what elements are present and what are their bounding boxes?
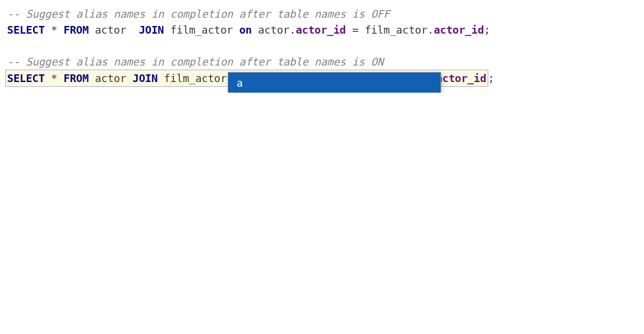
- comment-text: Suggest alias names in completion after …: [26, 8, 390, 20]
- dot: .: [428, 24, 434, 36]
- col-actor-id: actor_id: [295, 24, 346, 36]
- col-actor-id-2: actor_id: [436, 72, 486, 84]
- ref-actor: actor: [258, 24, 290, 36]
- semicolon: ;: [484, 24, 491, 36]
- col-actor-id-2: actor_id: [433, 24, 484, 36]
- empty-line: [7, 38, 637, 54]
- dot: .: [290, 24, 296, 36]
- code-line-sql-on-wrapper: SELECT * FROM actor JOIN film_actor on a…: [7, 70, 637, 87]
- code-line-comment-off: -- Suggest alias names in completion aft…: [7, 6, 637, 22]
- table-film-actor: film_actor: [170, 24, 233, 36]
- code-line-comment-on: -- Suggest alias names in completion aft…: [7, 54, 637, 70]
- equals-operator: =: [352, 24, 359, 36]
- completion-popup[interactable]: affaLEFT JOINRIGHT JOINJOINWHEREASCROSS …: [228, 72, 441, 93]
- code-line-sql-off[interactable]: SELECT * FROM actor JOIN film_actor on a…: [7, 22, 637, 38]
- keyword-join: JOIN: [133, 72, 158, 84]
- star-operator: *: [51, 72, 57, 84]
- keyword-from: FROM: [64, 72, 89, 84]
- keyword-select: SELECT: [7, 24, 45, 36]
- keyword-join: JOIN: [139, 24, 164, 36]
- completion-item[interactable]: a: [228, 73, 441, 93]
- comment-text: Suggest alias names in completion after …: [26, 55, 383, 68]
- semicolon: ;: [488, 72, 495, 84]
- keyword-on: on: [239, 24, 252, 36]
- comment-prefix: --: [7, 8, 26, 20]
- table-actor: actor: [95, 24, 126, 36]
- comment-prefix: --: [7, 55, 26, 68]
- table-film-actor: film_actor: [164, 72, 226, 84]
- star-operator: *: [51, 24, 57, 36]
- keyword-from: FROM: [64, 24, 89, 36]
- keyword-select: SELECT: [7, 72, 45, 84]
- ref-film-actor: film_actor: [364, 24, 427, 36]
- table-actor: actor: [95, 72, 126, 84]
